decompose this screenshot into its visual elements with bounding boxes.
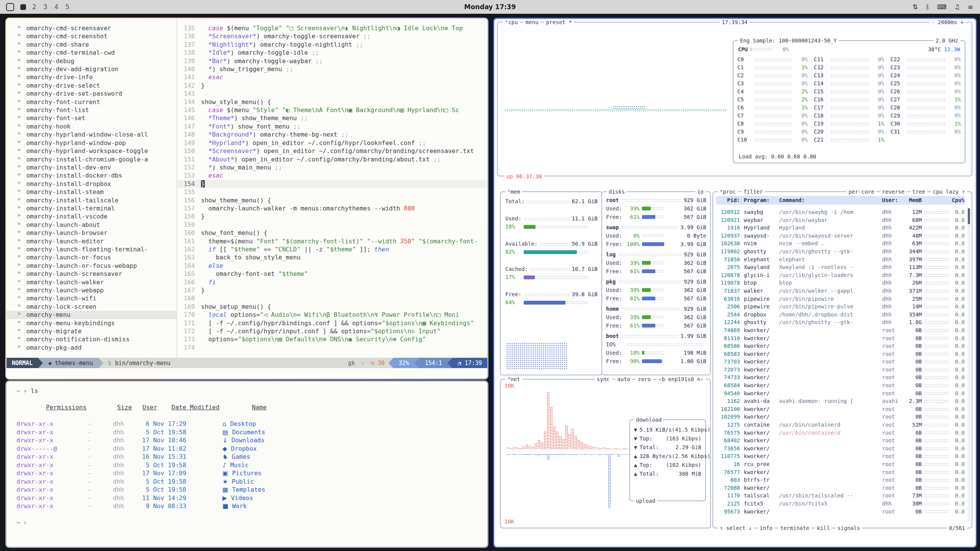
- process-row[interactable]: 74869kworker/root0B0.0: [716, 326, 965, 334]
- code-line[interactable]: 157 omarchy-launch-walker -m menus:omarc…: [177, 204, 487, 212]
- file-list-item[interactable]: *omarchy-lock-screen: [7, 303, 176, 311]
- code-line[interactable]: 149 *Hyprland*) open_in_editor ~/.config…: [177, 139, 487, 147]
- editor-window[interactable]: *omarchy-cmd-screensaver*omarchy-cmd-scr…: [5, 18, 488, 380]
- code-line[interactable]: 141 esac: [177, 73, 487, 81]
- process-row[interactable]: 119802ghostty/usr/bin/ghostty --gtk-dhh3…: [716, 248, 965, 256]
- code-line[interactable]: 158}: [177, 212, 487, 220]
- code-line[interactable]: 135 case $(menu "Toggle" "▢ Screensaver\…: [177, 24, 487, 32]
- process-row[interactable]: 68584kworker/root0B0.0: [716, 381, 965, 390]
- proc-tab-per-core[interactable]: per-core: [847, 188, 876, 195]
- file-list-item[interactable]: *omarchy-install-dev-env: [7, 163, 176, 171]
- code-line[interactable]: 165 omarchy-font-set "$theme": [177, 270, 487, 278]
- process-row[interactable]: 68586kworker/root0B0.0: [716, 342, 965, 350]
- proc-action-terminate[interactable]: terminate: [778, 525, 811, 531]
- process-row[interactable]: 803btrfs-trroot0B0.0: [716, 476, 965, 484]
- file-list-item[interactable]: *omarchy-hyprland-workspace-toggle: [7, 147, 176, 155]
- file-list-item[interactable]: *omarchy-launch-wifi: [7, 294, 176, 302]
- process-row[interactable]: 16rcu_preeroot0B0.0: [716, 460, 965, 468]
- process-row[interactable]: 71858elephantelephantdhh397M0.0: [716, 256, 965, 264]
- process-row[interactable]: 120921waybar/usr/bin/waybardhh68M0.0: [716, 216, 965, 224]
- scrollbar-thumb[interactable]: [968, 208, 970, 224]
- disks-tab-disks[interactable]: disks: [607, 188, 627, 195]
- file-list-item[interactable]: *omarchy-install-chromium-google-a: [7, 155, 176, 163]
- cpu-tab-preset[interactable]: preset *: [544, 19, 573, 26]
- process-row[interactable]: 1170tailscal/usr/sbin/tailscaled --root7…: [716, 492, 965, 500]
- process-row[interactable]: 63816pipewire/usr/bin/pipewiredhh25M0.0: [716, 295, 965, 303]
- file-list-item[interactable]: *omarchy-launch-editor: [7, 237, 176, 245]
- code-line[interactable]: 153 esac: [177, 171, 487, 179]
- net-tab-auto[interactable]: auto: [616, 376, 632, 383]
- code-line[interactable]: 163 back_to show_style_menu: [177, 253, 487, 261]
- net-tab-b-enp191s0-n[interactable]: ‹b enp191s0 n›: [657, 376, 706, 383]
- file-list-item[interactable]: *omarchy-install-docker-dbs: [7, 171, 176, 179]
- code-line[interactable]: 139 *Bar*) omarchy-toggle-waybar ;;: [177, 57, 487, 65]
- code-line[interactable]: 143: [177, 90, 487, 98]
- file-list-item[interactable]: *omarchy-install-terminal: [7, 204, 176, 212]
- code-line[interactable]: 166 fi: [177, 278, 487, 286]
- process-row[interactable]: 94540kworker/root0B0.0: [716, 390, 965, 398]
- code-line[interactable]: 167}: [177, 286, 487, 294]
- code-line[interactable]: 140 *) show_trigger_menu ;;: [177, 65, 487, 73]
- code-line[interactable]: 161 theme=$(menu "Font" "$(omarchy-font-…: [177, 237, 487, 245]
- process-row[interactable]: 1162avahi-daavahi-daemon: running [avahi…: [716, 397, 965, 405]
- process-row[interactable]: 12244ghostty/usr/bin/ghostty --gtk-dhh1.…: [716, 318, 965, 326]
- code-line[interactable]: 137 *Nightlight*) omarchy-toggle-nightli…: [177, 41, 487, 49]
- process-row[interactable]: 120937swayosd-/usr/bin/swayosd-serverdhh…: [716, 232, 965, 240]
- file-list-item[interactable]: *omarchy-menu-keybindings: [7, 319, 176, 327]
- process-row[interactable]: 1916HyprlandHyprlanddhh422M0.0: [716, 224, 965, 232]
- file-list-item[interactable]: *omarchy-dev-add-migration: [7, 65, 176, 73]
- proc-action-select[interactable]: ↑ select ↓: [718, 525, 754, 531]
- net-tab-zero[interactable]: zero: [636, 376, 653, 383]
- code-line[interactable]: 164 else: [177, 262, 487, 270]
- file-list-item[interactable]: *omarchy-launch-about: [7, 221, 176, 229]
- file-list-item[interactable]: *omarchy-launch-webapp: [7, 286, 176, 294]
- process-row[interactable]: 73656kworker/root0B0.0: [716, 445, 965, 453]
- process-row[interactable]: 119078btopbtopdhh26M0.0: [716, 279, 965, 287]
- file-list-item[interactable]: *omarchy-font-set: [7, 114, 176, 122]
- proc-action-info[interactable]: info: [758, 525, 774, 531]
- file-list-item[interactable]: *omarchy-menu: [7, 311, 176, 319]
- code-line[interactable]: 154}: [177, 180, 487, 188]
- file-list-item[interactable]: *omarchy-drive-info: [7, 73, 176, 81]
- process-row[interactable]: 120912swaybg/usr/bin/swaybg -i /homdhh12…: [716, 208, 965, 216]
- process-row[interactable]: 76575kworker//usr/bin/containerdroot0B0.…: [716, 429, 965, 437]
- process-row[interactable]: 102100kworker/root0B0.0: [716, 405, 965, 413]
- file-list-item[interactable]: *omarchy-drive-select: [7, 82, 176, 90]
- file-list-item[interactable]: *omarchy-install-tailscale: [7, 196, 176, 204]
- file-list-item[interactable]: *omarchy-cmd-screenshot: [7, 32, 176, 40]
- file-list-item[interactable]: *omarchy-install-dropbox: [7, 180, 176, 188]
- net-tab-net[interactable]: ³net: [505, 376, 522, 383]
- refresh-interval-control[interactable]: - 2000ms +: [929, 19, 965, 26]
- proc-action-signals[interactable]: signals: [836, 525, 862, 531]
- file-list-item[interactable]: *omarchy-font-list: [7, 106, 176, 114]
- file-list-item[interactable]: *omarchy-launch-browser: [7, 229, 176, 237]
- file-list-item[interactable]: *omarchy-hook: [7, 122, 176, 130]
- file-list-item[interactable]: *omarchy-cmd-share: [7, 41, 176, 49]
- code-line[interactable]: 156show_theme_menu() {: [177, 196, 487, 204]
- code-line[interactable]: 148 *Background*) omarchy-theme-bg-next …: [177, 130, 487, 139]
- process-row[interactable]: 2075XwaylandXwayland :1 -rootless -dhh11…: [716, 263, 965, 271]
- process-row[interactable]: 73703kworker/root0B0.0: [716, 358, 965, 366]
- process-table-header[interactable]: Pid: Program: Command: User: MemB Cpu%: [716, 196, 965, 205]
- file-list-item[interactable]: *omarchy-cmd-screensaver: [7, 24, 176, 32]
- file-list-item[interactable]: *omarchy-launch-or-focus-webapp: [7, 262, 176, 270]
- code-line[interactable]: 142}: [177, 82, 487, 90]
- code-line[interactable]: 162 if [[ "$theme" == "CNCLD" || -z "$th…: [177, 245, 487, 253]
- terminal-window[interactable]: ~›ls PermissionsSizeUserDate ModifiedNam…: [5, 380, 488, 548]
- proc-tab-cpu-lazy[interactable]: cpu lazy ↑: [931, 188, 967, 195]
- cpu-tab-menu[interactable]: menu: [524, 19, 541, 26]
- code-line[interactable]: 151 *About*) open_in_editor ~/.config/om…: [177, 155, 487, 163]
- file-list-item[interactable]: *omarchy-drive-set-password: [7, 90, 176, 98]
- code-line[interactable]: 169show_setup_menu() {: [177, 303, 487, 311]
- process-row[interactable]: 2506pipewire/usr/bin/pipewire-pulsedhh14…: [716, 303, 965, 311]
- proc-tab-proc[interactable]: ⁴proc: [718, 188, 738, 195]
- code-line[interactable]: 145 case $(menu "Style" "◐ Theme\nA Font…: [177, 106, 487, 114]
- process-row[interactable]: 2125fcitx5/usr/bin/fcitx5dhh30M0.0: [716, 500, 965, 508]
- prompt-line[interactable]: ~›: [16, 518, 487, 527]
- process-scrollbar[interactable]: [968, 208, 970, 522]
- disks-tab-io[interactable]: io: [695, 188, 706, 195]
- code-line[interactable]: 174: [177, 344, 487, 352]
- code-line[interactable]: 146 *Theme*) show_theme_menu ;;: [177, 114, 487, 122]
- file-list-item[interactable]: *omarchy-font-current: [7, 98, 176, 106]
- process-row[interactable]: 102638nvimnvim --embed .dhh63M0.0: [716, 240, 965, 248]
